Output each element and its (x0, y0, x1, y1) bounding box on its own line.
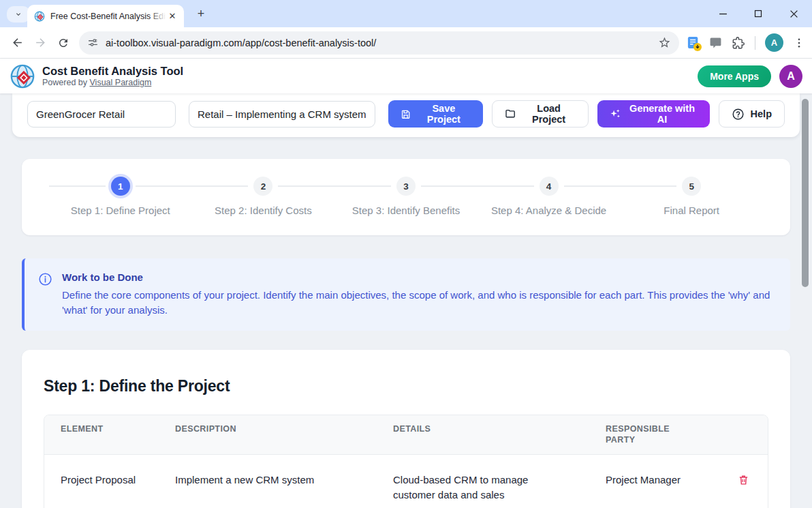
step1-card: Step 1: Define the Project ELEMENT DESCR… (22, 350, 790, 508)
reload-button[interactable] (52, 31, 75, 55)
tab-search-button[interactable] (7, 6, 30, 23)
stepper-step[interactable]: 2 Step 2: Identify Costs (192, 177, 335, 216)
bookmark-button[interactable] (655, 33, 674, 53)
step-number-badge[interactable]: 1 (111, 177, 130, 196)
window-maximize-button[interactable] (749, 5, 767, 23)
page-scrollbar-thumb[interactable] (802, 99, 809, 287)
tab-title: Free Cost-Benefit Analysis Edito (50, 12, 166, 21)
address-bar[interactable]: ai-toolbox.visual-paradigm.com/app/cost-… (79, 31, 679, 55)
table-header-row: ELEMENT DESCRIPTION DETAILS RESPONSIBLE … (44, 415, 768, 455)
powered-by: Powered by Visual Paradigm (42, 78, 183, 87)
app-user-avatar[interactable]: A (779, 65, 802, 88)
step-label: Step 2: Identify Costs (215, 205, 312, 216)
stepper-step[interactable]: 3 Step 3: Identify Benefits (334, 177, 478, 216)
folder-icon (505, 108, 516, 120)
trash-icon (738, 474, 749, 485)
define-project-table: ELEMENT DESCRIPTION DETAILS RESPONSIBLE … (44, 415, 768, 508)
work-to-be-done-callout: Work to be Done Define the core componen… (22, 258, 790, 331)
step-label: Step 3: Identify Benefits (352, 205, 460, 216)
table-column-header: RESPONSIBLE PARTY (606, 423, 682, 447)
forward-arrow-icon (34, 36, 47, 49)
cell-description[interactable]: Implement a new CRM system (175, 473, 393, 488)
cell-details[interactable]: Cloud-based CRM to manage customer data … (393, 473, 548, 503)
tab-close-icon[interactable]: ✕ (166, 10, 178, 23)
step-label: Final Report (663, 205, 719, 216)
star-icon (658, 36, 671, 49)
step-number-badge[interactable]: 5 (682, 177, 701, 196)
browser-profile-avatar[interactable]: A (765, 33, 783, 52)
browser-tab-strip: Free Cost-Benefit Analysis Edito ✕ + (0, 0, 812, 27)
table-body: Project Proposal Implement a new CRM sys… (44, 455, 768, 508)
side-panel-button[interactable] (709, 36, 722, 49)
visual-paradigm-link[interactable]: Visual Paradigm (90, 78, 152, 87)
app-logo (10, 63, 35, 89)
load-project-button[interactable]: Load Project (492, 100, 589, 128)
table-column-header: DESCRIPTION (175, 423, 393, 435)
browser-toolbar: ai-toolbox.visual-paradigm.com/app/cost-… (0, 27, 812, 59)
info-title: Work to be Done (62, 271, 774, 283)
sparkles-icon (610, 108, 621, 120)
cell-element[interactable]: Project Proposal (61, 473, 175, 488)
save-project-button[interactable]: Save Project (388, 100, 483, 128)
new-tab-button[interactable]: + (193, 7, 208, 22)
page-title: Cost Benefit Analysis Tool (42, 65, 183, 78)
stepper: 1 Step 1: Define Project 2 Step 2: Ident… (22, 159, 790, 235)
favicon-visual-paradigm (34, 11, 45, 22)
puzzle-icon (732, 36, 745, 50)
extensions-button[interactable] (732, 36, 745, 50)
save-icon (401, 108, 411, 120)
table-column-header: ELEMENT (61, 423, 175, 435)
forward-button[interactable] (29, 31, 52, 55)
project-description-input[interactable] (189, 101, 375, 128)
site-settings-icon[interactable] (87, 37, 99, 48)
maximize-icon (754, 10, 762, 18)
section-heading: Step 1: Define the Project (44, 377, 768, 395)
step-label: Step 1: Define Project (71, 205, 170, 216)
back-button[interactable] (5, 31, 29, 55)
delete-row-button[interactable] (736, 473, 751, 487)
table-row: Project Proposal Implement a new CRM sys… (44, 455, 768, 508)
reload-icon (57, 37, 69, 49)
browser-menu-button[interactable] (793, 37, 805, 49)
window-close-button[interactable] (785, 5, 802, 23)
project-name-input[interactable] (27, 101, 176, 128)
question-circle-icon (732, 108, 745, 121)
chevron-down-icon (14, 10, 22, 18)
toolbar-divider (755, 36, 755, 50)
app-header: Cost Benefit Analysis Tool Powered by Vi… (0, 59, 812, 93)
step-number-badge[interactable]: 4 (540, 177, 559, 196)
back-arrow-icon (11, 36, 24, 49)
project-toolbar: Save Project Load Project Generate with … (12, 93, 800, 137)
step-label: Step 4: Analyze & Decide (491, 205, 606, 216)
stepper-step[interactable]: 4 Step 4: Analyze & Decide (478, 177, 621, 216)
step-number-badge[interactable]: 2 (253, 177, 272, 196)
reading-list-extension-button[interactable] (687, 36, 700, 50)
more-apps-button[interactable]: More Apps (698, 65, 771, 87)
cell-responsible-party[interactable]: Project Manager (606, 473, 721, 488)
info-icon (38, 272, 52, 286)
comment-bubble-icon (709, 36, 722, 49)
step-number-badge[interactable]: 3 (396, 177, 416, 196)
window-minimize-button[interactable] (714, 5, 732, 23)
generate-with-ai-button[interactable]: Generate with AI (597, 100, 709, 128)
url-text[interactable]: ai-toolbox.visual-paradigm.com/app/cost-… (106, 38, 655, 48)
stepper-step[interactable]: 1 Step 1: Define Project (49, 177, 192, 216)
info-body: Define the core components of your proje… (62, 288, 774, 318)
download-badge-icon (693, 43, 702, 51)
help-button[interactable]: Help (719, 100, 785, 128)
browser-tab[interactable]: Free Cost-Benefit Analysis Edito ✕ (27, 5, 184, 27)
three-dots-icon (793, 37, 805, 49)
stepper-step[interactable]: 5 Final Report (620, 177, 763, 216)
close-icon (790, 10, 798, 18)
table-column-header: DETAILS (393, 423, 606, 435)
minimize-icon (719, 10, 728, 18)
